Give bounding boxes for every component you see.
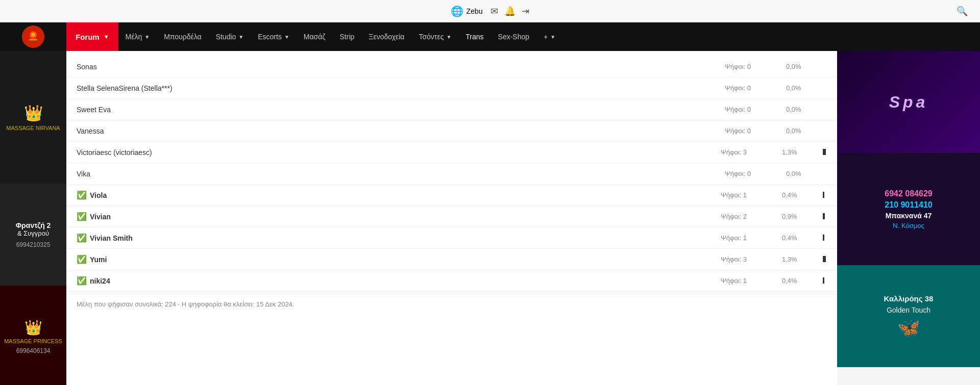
nirvana-title: MASSAGE NIRVANA [6,125,60,131]
candidate-name-viviansmith: ✅ Vivian Smith [77,233,721,243]
votes-vika: Ψήφοι: 0 [725,170,786,177]
votes-yumi: Ψήφοι: 3 [721,255,782,263]
forum-dropdown-arrow: ▼ [104,34,109,40]
nav-item-mpourdela[interactable]: Μπουρδέλα [157,22,208,51]
candidate-name-yumi: ✅ Yumi [77,254,721,264]
ad-massage-princess[interactable]: 👑 MASSAGE PRINCESS 6996406134 [0,286,66,385]
svg-point-2 [31,33,35,37]
poll-row-sweeteva: Sweet Eva Ψήφοι: 0 0,0% [66,99,837,120]
user-info: 🌐 Zebu [451,5,483,17]
svg-rect-3 [29,39,37,40]
nav-item-strip[interactable]: Strip [333,22,362,51]
check-icon-niki24: ✅ [77,276,87,286]
princess-phone: 6996406134 [16,347,51,354]
logout-icon[interactable]: ⇥ [522,6,529,17]
nav-item-trans[interactable]: Trans [458,22,491,51]
nav-item-meli[interactable]: Μέλη ▼ [118,22,157,51]
candidate-name-stella: Stella SelenaSirena (Stella***) [77,84,725,92]
nav-item-escorts[interactable]: Escorts ▼ [251,22,297,51]
percent-viola: 0,4% [782,191,823,199]
percent-sweeteva: 0,0% [786,106,827,113]
logo[interactable] [0,22,66,51]
golden-name: Golden Touch [887,306,930,314]
poll-row-niki24: ✅ niki24 Ψήφοι: 1 0,4% [66,270,837,292]
poll-row-stella: Stella SelenaSirena (Stella***) Ψήφοι: 0… [66,78,837,99]
votes-vanessa: Ψήφοι: 0 [725,127,786,135]
golden-addr: Καλλιρόης 38 [884,294,934,303]
votes-sweeteva: Ψήφοι: 0 [725,106,786,113]
candidate-name-vivian: ✅ Vivian [77,212,721,221]
percent-stella: 0,0% [786,84,827,92]
poll-footer: Μέλη που ψήφισαν συνολικά: 224 · Η ψηφοφ… [66,294,837,314]
bar-victoriaesc [823,148,827,157]
top-icons: ✉ 🔔 ⇥ [491,6,529,17]
butterfly-icon: 🦋 [897,317,920,339]
ad-spa[interactable]: Spa [837,51,980,153]
poll-row-yumi: ✅ Yumi Ψήφοι: 3 1,3% [66,249,837,270]
forum-button[interactable]: Forum ▼ [66,22,118,51]
search-icon[interactable]: 🔍 [957,6,968,17]
bar-viviansmith [823,234,827,242]
percent-vanessa: 0,0% [786,127,827,135]
nav-item-xenodoxeia[interactable]: Ξενοδοχεία [361,22,411,51]
frantzi-phone: 6994210325 [16,241,51,248]
percent-viviansmith: 0,4% [782,234,823,242]
votes-sonas: Ψήφοι: 0 [725,63,786,70]
bell-icon[interactable]: 🔔 [504,6,516,17]
nav-item-tsонtes[interactable]: Τσόντες ▼ [411,22,458,51]
username: Zebu [467,7,483,15]
ad-golden-touch[interactable]: Καλλιρόης 38 Golden Touch 🦋 [837,265,980,367]
navbar: Forum ▼ Μέλη ▼ Μπουρδέλα Studio ▼ Escort… [0,22,980,51]
princess-crown: 👑 [24,319,42,336]
percent-vika: 0,0% [786,170,827,177]
votes-stella: Ψήφοι: 0 [725,84,786,92]
check-icon-vivian: ✅ [77,212,87,221]
poll-row-vivian: ✅ Vivian Ψήφοι: 2 0,9% [66,206,837,227]
candidate-name-niki24: ✅ niki24 [77,276,721,286]
percent-victoriaesc: 1,3% [782,148,823,156]
escorts-arrow: ▼ [284,34,289,40]
ad-frantzi[interactable]: Φραντζή 2 & Συγγρού 6994210325 [0,184,66,286]
top-bar: 🌐 Zebu ✉ 🔔 ⇥ 🔍 [0,0,980,22]
poll-footer-text: Μέλη που ψήφισαν συνολικά: 224 · Η ψηφοφ… [77,300,294,308]
frantzi-line1: Φραντζή 2 [16,221,51,229]
mail-icon[interactable]: ✉ [491,6,498,17]
percent-vivian: 0,9% [782,213,823,220]
votes-niki24: Ψήφοι: 1 [721,277,782,285]
meli-arrow: ▼ [144,34,150,40]
phone2: 210 9011410 [885,200,932,210]
votes-victoriaesc: Ψήφοι: 3 [721,148,782,156]
nav-item-more[interactable]: + ▼ [536,22,562,51]
nav-item-sexshop[interactable]: Sex-Shop [491,22,536,51]
percent-yumi: 1,3% [782,255,823,263]
nav-item-masaz[interactable]: Μασάζ [297,22,333,51]
more-arrow: ▼ [550,34,555,40]
addr2: Ν. Κόσμος [893,222,924,229]
addr1: Μπακνανά 47 [886,212,932,220]
votes-viviansmith: Ψήφοι: 1 [721,234,782,242]
candidate-name-sonas: Sonas [77,63,725,71]
votes-viola: Ψήφοι: 1 [721,191,782,199]
candidate-name-vanessa: Vanessa [77,127,725,135]
poll-row-victoriaesc: Victoriaesc (victoriaesc) Ψήφοι: 3 1,3% [66,142,837,163]
nav-item-studio[interactable]: Studio ▼ [209,22,251,51]
poll-row-viola: ✅ Viola Ψήφοι: 1 0,4% [66,185,837,206]
spa-label: Spa [889,93,928,112]
check-icon-yumi: ✅ [77,254,87,264]
logo-icon [22,25,44,48]
tsонtes-arrow: ▼ [446,34,451,40]
studio-arrow: ▼ [238,34,243,40]
candidate-name-vika: Vika [77,170,725,178]
ad-nirvana-right[interactable]: 6942 084629 210 9011410 Μπακνανά 47 Ν. Κ… [837,153,980,265]
candidate-name-viola: ✅ Viola [77,190,721,200]
check-icon-viola: ✅ [77,190,87,200]
candidate-name-victoriaesc: Victoriaesc (victoriaesc) [77,148,721,157]
crown-icon: 👑 [24,104,43,122]
poll-row-vika: Vika Ψήφοι: 0 0,0% [66,163,837,185]
percent-niki24: 0,4% [782,277,823,285]
candidate-name-sweeteva: Sweet Eva [77,106,725,114]
ad-massage-nirvana[interactable]: 👑 MASSAGE NIRVANA [0,51,66,184]
right-sidebar: Spa 6942 084629 210 9011410 Μπακνανά 47 … [837,51,980,385]
princess-title: MASSAGE PRINCESS [4,338,62,344]
left-sidebar: 👑 MASSAGE NIRVANA Φραντζή 2 & Συγγρού 69… [0,51,66,385]
